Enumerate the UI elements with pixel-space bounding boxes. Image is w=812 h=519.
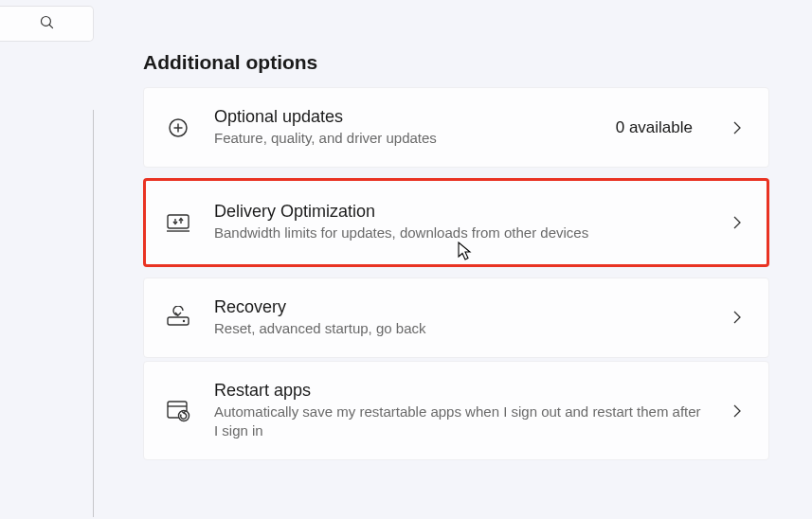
recovery-icon (165, 306, 191, 329)
svg-line-1 (48, 24, 52, 27)
option-title: Optional updates (214, 107, 593, 127)
option-meta: 0 available (616, 118, 693, 137)
option-delivery-optimization[interactable]: Delivery Optimization Bandwidth limits f… (143, 178, 769, 266)
option-subtitle: Feature, quality, and driver updates (214, 129, 593, 148)
option-text: Delivery Optimization Bandwidth limits f… (214, 202, 706, 242)
option-restart-apps[interactable]: Restart apps Automatically save my resta… (143, 361, 769, 461)
option-subtitle: Automatically save my restartable apps w… (214, 403, 706, 441)
option-optional-updates[interactable]: Optional updates Feature, quality, and d… (143, 87, 769, 168)
plus-circle-icon (165, 116, 191, 139)
svg-point-10 (183, 320, 185, 322)
svg-rect-5 (168, 215, 189, 228)
chevron-right-icon (729, 120, 746, 135)
svg-rect-9 (168, 317, 189, 325)
search-button[interactable] (0, 6, 94, 42)
options-list: Optional updates Feature, quality, and d… (143, 87, 769, 460)
option-text: Optional updates Feature, quality, and d… (214, 107, 593, 148)
chevron-right-icon (729, 215, 746, 230)
download-box-icon (165, 212, 191, 233)
chevron-right-icon (729, 310, 746, 325)
search-icon (39, 14, 55, 34)
option-recovery[interactable]: Recovery Reset, advanced startup, go bac… (143, 277, 769, 358)
option-title: Restart apps (214, 381, 706, 401)
sidebar-divider (93, 110, 94, 517)
option-text: Restart apps Automatically save my resta… (214, 381, 706, 441)
section-heading: Additional options (143, 51, 317, 74)
option-text: Recovery Reset, advanced startup, go bac… (214, 297, 706, 338)
option-subtitle: Bandwidth limits for updates, downloads … (214, 224, 706, 242)
svg-point-0 (41, 16, 50, 26)
option-subtitle: Reset, advanced startup, go back (214, 319, 706, 338)
chevron-right-icon (729, 403, 746, 419)
option-title: Recovery (214, 297, 706, 317)
restart-apps-icon (165, 400, 191, 422)
option-title: Delivery Optimization (214, 202, 706, 222)
